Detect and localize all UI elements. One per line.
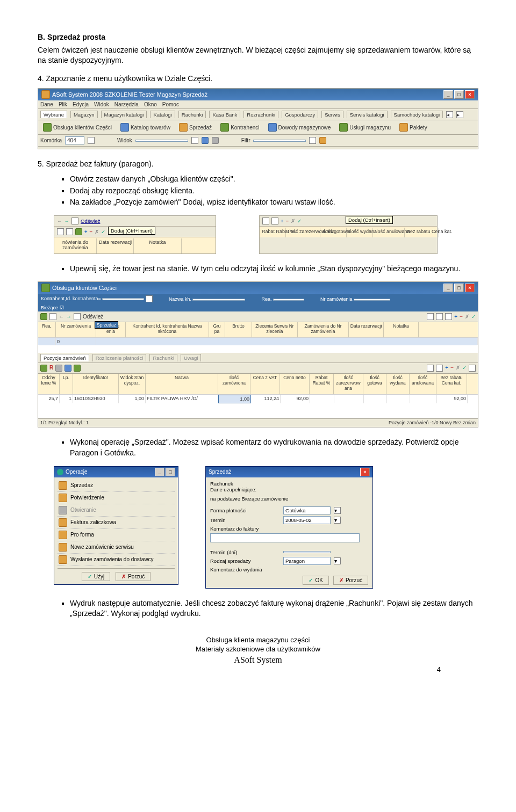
btn-dowody[interactable]: Dowody magazynowe (266, 122, 334, 133)
window-icon (41, 284, 50, 292)
cell-ilosc[interactable]: 1,00 (218, 395, 251, 403)
btn-uslugi[interactable]: Usługi magazynu (336, 122, 393, 133)
tab-rachunki2[interactable]: Rachunki (149, 354, 177, 361)
tab-magazyn[interactable]: Magazyn (70, 111, 98, 118)
lookup-icon[interactable]: … (146, 295, 153, 302)
tab-kasa[interactable]: Kasa Bank (209, 111, 240, 118)
grid-icon[interactable] (57, 228, 64, 235)
icon[interactable] (427, 365, 434, 372)
btn-porzuc2[interactable]: ✗Porzuć (333, 576, 368, 585)
tab-uwagi[interactable]: Uwagi (181, 354, 201, 361)
screenshot-main-window: ASoft System 2008 SZKOLENIE Tester Magaz… (38, 88, 478, 149)
tab-serwis-katalogi[interactable]: Serwis katalogi (347, 111, 388, 118)
nr-field[interactable] (354, 299, 390, 301)
save-icon[interactable] (271, 218, 278, 224)
btn-ok[interactable]: ✓OK (303, 576, 328, 585)
widok-field[interactable] (135, 140, 188, 142)
komorka-field[interactable]: 404 (65, 136, 84, 144)
tab-rachunki[interactable]: Rachunki (178, 111, 206, 118)
grid-icon[interactable] (262, 218, 269, 224)
tab-gospodarczy[interactable]: Gospodarczy (282, 111, 318, 118)
minimize-button[interactable]: _ (443, 284, 453, 292)
save-icon[interactable] (66, 228, 73, 235)
refresh-label[interactable]: Odśwież (81, 218, 100, 224)
icon[interactable] (49, 313, 56, 320)
op-proforma[interactable]: Pro forma (58, 529, 175, 541)
tab-serwis[interactable]: Serwis (321, 111, 343, 118)
op-wyslanie[interactable]: Wysłanie zamówienia do dostawcy (58, 554, 175, 566)
op-nowe-zamowienie[interactable]: Nowe zamówienie serwisu (58, 541, 175, 554)
grid-icon[interactable] (436, 313, 443, 320)
icon[interactable] (469, 365, 476, 372)
filtr-dropdown-icon[interactable] (309, 137, 316, 144)
kontrahent-field[interactable] (102, 298, 144, 300)
btn-sprzedaz[interactable]: Sprzedaż (176, 122, 214, 133)
icon[interactable] (40, 313, 47, 320)
refresh-icon[interactable] (71, 218, 78, 224)
tab-samochody[interactable]: Samochody katalogi (391, 111, 443, 118)
scroll-left-icon[interactable]: ◂ (446, 111, 453, 118)
tab-katalogi[interactable]: Katalogi (150, 111, 175, 118)
tool-icon[interactable] (202, 137, 209, 144)
lookup-icon[interactable] (88, 137, 95, 144)
sp-field-termin-dni[interactable] (283, 551, 331, 553)
btn-katalog[interactable]: Katalog towarów (118, 122, 173, 133)
sp-field-forma[interactable]: Gotówka (283, 506, 331, 514)
tab-rozliczenie[interactable]: Rozliczenie płatności (92, 354, 147, 361)
sp-field-rodzaj[interactable]: Paragon (283, 557, 331, 565)
op-faktura[interactable]: Faktura zaliczkowa (58, 517, 175, 529)
op-potwierdzenie[interactable]: Potwierdzenie (58, 492, 175, 504)
btn-obsluga[interactable]: Obsługa klientów Części (40, 122, 114, 133)
minimize-button[interactable]: _ (443, 90, 453, 99)
dropdown-icon[interactable]: ▾ (334, 557, 341, 564)
tool-icon2[interactable] (212, 137, 219, 144)
rea-field[interactable] (273, 299, 304, 301)
widok-dropdown-icon[interactable] (191, 137, 198, 144)
menu-pomoc[interactable]: Pomoc (162, 102, 179, 107)
icon[interactable] (40, 365, 47, 372)
op-sprzedaz[interactable]: Sprzedaż (58, 480, 175, 492)
maximize-button[interactable]: □ (166, 468, 175, 476)
btn-porzuc[interactable]: ✗Porzuć (116, 572, 150, 581)
nazwa-field[interactable] (192, 299, 245, 301)
icon[interactable] (64, 365, 71, 372)
calendar-icon[interactable]: ▾ (334, 517, 341, 524)
play-icon (57, 469, 63, 475)
minimize-button[interactable]: _ (155, 468, 164, 476)
close-button[interactable]: × (465, 284, 475, 292)
btn-uzyj[interactable]: ✓Użyj (82, 572, 110, 581)
footer-line2: Materiały szkoleniowe dla użytkowników (196, 645, 320, 653)
close-button[interactable]: × (360, 468, 370, 476)
menu-plik[interactable]: Plik (59, 102, 67, 107)
tab-magazyn-katalogi[interactable]: Magazyn katalogi (101, 111, 147, 118)
refresh-icon[interactable] (74, 313, 81, 320)
save-icon[interactable] (445, 313, 452, 320)
menu-edycja[interactable]: Edycja (73, 102, 89, 107)
scroll-right-icon[interactable]: ▸ (456, 111, 463, 118)
sp-field-termin[interactable]: 2008-05-02 (283, 516, 331, 524)
sp-field-komentarz[interactable] (210, 533, 360, 542)
btn-pakiety[interactable]: Pakiety (397, 122, 430, 133)
maximize-button[interactable]: □ (454, 284, 464, 292)
icon[interactable] (74, 365, 81, 372)
tab-rozrachunki[interactable]: Rozrachunki (243, 111, 278, 118)
menu-dane[interactable]: Dane (40, 102, 53, 107)
sp-lbl: Komentarz do wydania (210, 567, 280, 572)
dropdown-icon[interactable]: ▾ (334, 507, 341, 514)
menu-narzedzia[interactable]: Narzędzia (114, 102, 139, 107)
close-button[interactable]: × (465, 90, 475, 99)
bullet-upewnij: Upewnij się, że towar jest na stanie. W … (70, 264, 478, 274)
plus-icon[interactable] (75, 228, 82, 235)
menu-widok[interactable]: Widok (94, 102, 109, 107)
filtr-field[interactable] (253, 140, 306, 142)
find-icon[interactable] (427, 313, 434, 320)
btn-kontrahenci[interactable]: Kontrahenci (218, 122, 262, 133)
maximize-button[interactable]: □ (454, 90, 464, 99)
tab-pozycje[interactable]: Pozycje zamówień (40, 354, 89, 361)
magnifier-icon[interactable] (319, 137, 326, 144)
refresh-label[interactable]: Odśwież (83, 314, 103, 320)
menu-okno[interactable]: Okno (144, 102, 157, 107)
icon[interactable] (436, 365, 443, 372)
icon[interactable] (55, 365, 62, 372)
tab-wybrane[interactable]: Wybrane (40, 111, 67, 118)
